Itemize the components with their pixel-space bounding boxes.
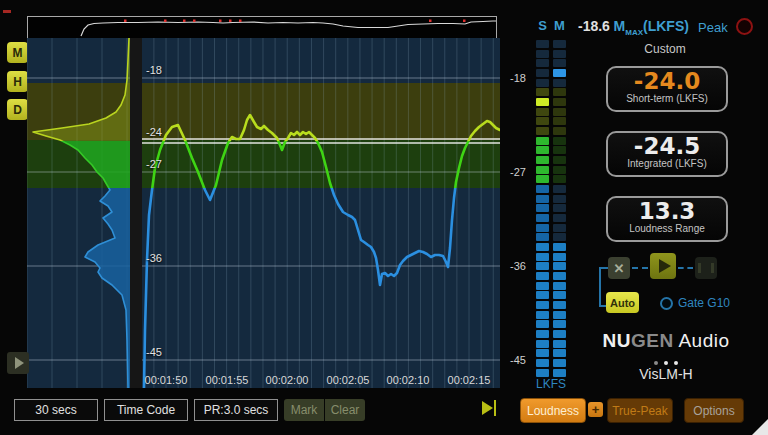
clear-button[interactable]: Clear [325, 399, 365, 421]
history-overview-strip[interactable] [27, 16, 497, 40]
y-axis-label: -24 [146, 126, 162, 138]
meter-segment-s [536, 137, 549, 145]
loudness-distribution-panel[interactable] [27, 38, 130, 388]
mode-button-history[interactable]: H [7, 71, 28, 92]
meter-segment-s [536, 127, 549, 135]
meter-segment-s [536, 253, 549, 261]
meter-segment-m [553, 311, 566, 319]
integrated-readout: -24.5 Integrated (LKFS) [606, 131, 728, 177]
meter-segment-m [553, 330, 566, 338]
meter-segment-m [553, 69, 566, 77]
meter-segment-s [536, 156, 549, 164]
page-dot[interactable] [654, 361, 658, 365]
logo-audio: Audio [674, 330, 730, 351]
logo-gen: GEN [631, 330, 674, 351]
skip-to-end-button[interactable] [482, 400, 499, 417]
product-name: VisLM-H [596, 366, 736, 382]
meter-segment-s [536, 40, 549, 48]
meter-segment-s [536, 69, 549, 77]
meter-segment-m [553, 40, 566, 48]
meter-segment-m [553, 272, 566, 280]
pr-window-button[interactable]: PR:3.0 secs [194, 399, 278, 421]
mark-button[interactable]: Mark [284, 399, 324, 421]
meter-segment-s [536, 59, 549, 67]
histogram-expand-button[interactable] [7, 352, 29, 374]
pause-button[interactable] [695, 257, 717, 279]
meter-segment-s [536, 282, 549, 290]
peak-indicator-led[interactable] [736, 18, 753, 35]
meter-segment-s [536, 224, 549, 232]
mmax-unit: (LKFS) [643, 18, 689, 34]
meter-segment-m [553, 175, 566, 183]
meter-segment-s [536, 272, 549, 280]
short-term-readout: -24.0 Short-term (LKFS) [606, 66, 728, 112]
meter-segment-m [553, 214, 566, 222]
meter-segment-s [536, 146, 549, 154]
transport-connector [632, 267, 648, 269]
meter-scale: -18-27-36-45 [496, 0, 526, 390]
meter-segment-m [553, 349, 566, 357]
meter-segment-s [536, 233, 549, 241]
meter-scale-label: -18 [496, 72, 526, 84]
mode-button-label: M [13, 46, 23, 60]
overview-waveform [28, 17, 496, 39]
short-term-value: -24.0 [608, 69, 726, 93]
meter-segment-s [536, 311, 549, 319]
loudness-range-label: Loudness Range [608, 223, 726, 234]
play-icon [659, 259, 671, 273]
y-axis-label: -36 [146, 252, 162, 264]
timecode-button[interactable]: Time Code [104, 399, 188, 421]
short-term-label: Short-term (LKFS) [608, 93, 726, 104]
add-view-button[interactable]: + [588, 402, 603, 417]
options-button[interactable]: Options [684, 398, 744, 423]
meter-segment-m [553, 282, 566, 290]
mode-button-distribution[interactable]: D [7, 99, 28, 120]
meter-segment-s [536, 243, 549, 251]
loudness-history-graph[interactable]: -18-24-27-36-45 [142, 38, 500, 388]
nugen-audio-logo: NUGEN Audio [596, 330, 736, 352]
window-length-button[interactable]: 30 secs [14, 399, 98, 421]
meter-segment-m [553, 166, 566, 174]
panel-divider [130, 38, 142, 388]
meter-segment-m [553, 88, 566, 96]
tab-true-peak[interactable]: True-Peak [607, 398, 673, 423]
page-dot[interactable] [664, 361, 668, 365]
meter-segment-m [553, 369, 566, 377]
meter-segment-m [553, 359, 566, 367]
meter-segment-m [553, 204, 566, 212]
mode-button-momentary[interactable]: M [7, 42, 28, 63]
preset-name: Custom [600, 42, 730, 56]
mode-button-label: D [13, 103, 22, 117]
peak-label: Peak [698, 20, 728, 35]
gate-radio-button[interactable] [660, 297, 673, 310]
auto-button[interactable]: Auto [606, 292, 639, 313]
meter-segment-s [536, 262, 549, 270]
logo-nu: NU [603, 330, 631, 351]
meter-scale-label: -27 [496, 166, 526, 178]
resize-handle[interactable] [752, 419, 768, 435]
loudness-range-readout: 13.3 Loudness Range [606, 196, 728, 242]
meter-segment-m [553, 185, 566, 193]
mmax-subscript: MAX [625, 28, 643, 37]
meter-segment-m [553, 320, 566, 328]
skip-to-end-icon-bar [494, 400, 496, 416]
pause-icon [698, 263, 714, 273]
meter-unit-label: LKFS [530, 377, 572, 391]
meter-segment-m [553, 301, 566, 309]
meter-segment-s [536, 50, 549, 58]
page-dot[interactable] [674, 361, 678, 365]
play-button[interactable] [650, 253, 676, 279]
reset-button[interactable]: ✕ [608, 257, 630, 279]
meter-segment-s [536, 349, 549, 357]
meter-segment-s [536, 79, 549, 87]
distribution-histogram [27, 38, 130, 388]
y-axis-label: -45 [146, 346, 162, 358]
overload-mark [3, 10, 11, 13]
meter-segment-m [553, 59, 566, 67]
meter-segment-m [553, 127, 566, 135]
meter-segment-s [536, 185, 549, 193]
meter-segment-m [553, 233, 566, 241]
tab-loudness[interactable]: Loudness [520, 398, 586, 423]
meter-segment-m [553, 262, 566, 270]
gate-label[interactable]: Gate G10 [678, 296, 730, 310]
